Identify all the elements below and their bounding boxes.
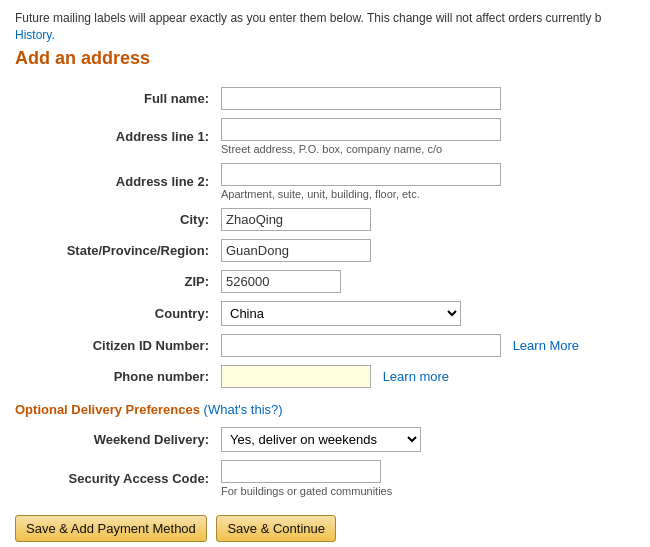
security-input-cell: For buildings or gated communities: [215, 456, 635, 501]
save-add-payment-button[interactable]: Save & Add Payment Method: [15, 515, 207, 542]
country-input-cell: China United States United Kingdom Canad…: [215, 297, 635, 330]
security-label: Security Access Code:: [15, 456, 215, 501]
phone-row: Phone number: Learn more: [15, 361, 635, 392]
full-name-label: Full name:: [15, 83, 215, 114]
citizen-id-row: Citizen ID Number: Learn More: [15, 330, 635, 361]
page-title: Add an address: [15, 48, 635, 69]
address1-input-cell: Street address, P.O. box, company name, …: [215, 114, 635, 159]
zip-input-cell: [215, 266, 635, 297]
full-name-input-cell: [215, 83, 635, 114]
optional-label: Optional Delivery Preferences: [15, 402, 200, 417]
citizen-id-input-cell: Learn More: [215, 330, 635, 361]
zip-label: ZIP:: [15, 266, 215, 297]
zip-input[interactable]: [221, 270, 341, 293]
address-form: Full name: Address line 1: Street addres…: [15, 83, 635, 392]
country-row: Country: China United States United King…: [15, 297, 635, 330]
city-input-cell: [215, 204, 635, 235]
phone-learn-more-link[interactable]: Learn more: [383, 369, 449, 384]
address1-input[interactable]: [221, 118, 501, 141]
weekend-delivery-row: Weekend Delivery: Yes, deliver on weeken…: [15, 423, 635, 456]
city-row: City:: [15, 204, 635, 235]
address2-input-cell: Apartment, suite, unit, building, floor,…: [215, 159, 635, 204]
state-input-cell: [215, 235, 635, 266]
phone-input[interactable]: [221, 365, 371, 388]
optional-form: Weekend Delivery: Yes, deliver on weeken…: [15, 423, 635, 501]
address1-hint: Street address, P.O. box, company name, …: [221, 143, 629, 155]
zip-row: ZIP:: [15, 266, 635, 297]
citizen-learn-more-link[interactable]: Learn More: [513, 338, 579, 353]
save-continue-button[interactable]: Save & Continue: [216, 515, 336, 542]
optional-section-title: Optional Delivery Preferences (What's th…: [15, 402, 635, 417]
country-label: Country:: [15, 297, 215, 330]
address2-label: Address line 2:: [15, 159, 215, 204]
security-input[interactable]: [221, 460, 381, 483]
state-row: State/Province/Region:: [15, 235, 635, 266]
weekend-input-cell: Yes, deliver on weekends No, do not deli…: [215, 423, 635, 456]
phone-input-cell: Learn more: [215, 361, 635, 392]
address2-row: Address line 2: Apartment, suite, unit, …: [15, 159, 635, 204]
weekend-label: Weekend Delivery:: [15, 423, 215, 456]
state-input[interactable]: [221, 239, 371, 262]
city-label: City:: [15, 204, 215, 235]
citizen-id-label: Citizen ID Number:: [15, 330, 215, 361]
country-select[interactable]: China United States United Kingdom Canad…: [221, 301, 461, 326]
state-label: State/Province/Region:: [15, 235, 215, 266]
address2-input[interactable]: [221, 163, 501, 186]
citizen-id-input[interactable]: [221, 334, 501, 357]
city-input[interactable]: [221, 208, 371, 231]
full-name-row: Full name:: [15, 83, 635, 114]
address1-label: Address line 1:: [15, 114, 215, 159]
history-link[interactable]: History.: [15, 28, 55, 42]
notice-text: Future mailing labels will appear exactl…: [15, 11, 602, 25]
top-notice: Future mailing labels will appear exactl…: [15, 10, 635, 44]
full-name-input[interactable]: [221, 87, 501, 110]
weekend-select[interactable]: Yes, deliver on weekends No, do not deli…: [221, 427, 421, 452]
button-area: Save & Add Payment Method Save & Continu…: [15, 515, 635, 542]
security-hint: For buildings or gated communities: [221, 485, 629, 497]
address2-hint: Apartment, suite, unit, building, floor,…: [221, 188, 629, 200]
address1-row: Address line 1: Street address, P.O. box…: [15, 114, 635, 159]
phone-label: Phone number:: [15, 361, 215, 392]
optional-whats-this-link[interactable]: (What's this?): [204, 402, 283, 417]
security-code-row: Security Access Code: For buildings or g…: [15, 456, 635, 501]
